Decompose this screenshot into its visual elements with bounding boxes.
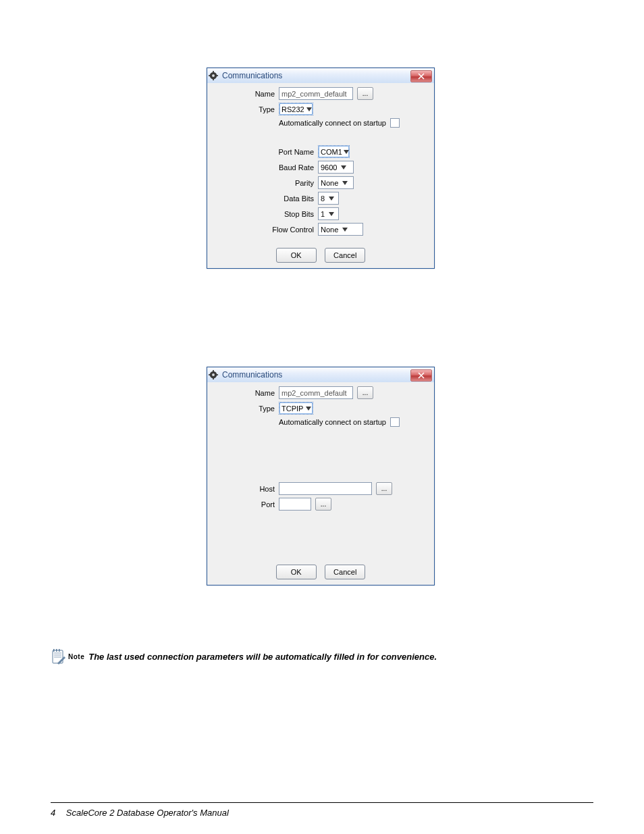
ok-button[interactable]: OK [276, 248, 317, 263]
type-select[interactable]: RS232 [279, 103, 313, 115]
svg-rect-8 [213, 370, 214, 372]
parity-select[interactable]: None [318, 176, 354, 189]
host-input[interactable] [279, 482, 372, 495]
close-button[interactable] [410, 369, 432, 382]
chevron-down-icon[interactable] [306, 104, 313, 114]
chevron-down-icon[interactable] [338, 162, 348, 172]
page-footer: 4 ScaleCore 2 Database Operator's Manual [51, 808, 229, 818]
communications-dialog-tcpip: Communications Name ... Type TCPIP Autom… [207, 367, 435, 585]
type-select[interactable]: TCPIP [279, 402, 313, 415]
footer-rule [51, 802, 593, 803]
flow-select[interactable]: None [318, 223, 363, 236]
svg-rect-17 [56, 649, 57, 652]
portname-label: Port Name [213, 148, 318, 156]
type-select-value: TCPIP [281, 405, 303, 413]
gear-icon [209, 370, 218, 380]
page-number: 4 [51, 808, 55, 818]
name-label: Name [213, 90, 279, 98]
port-browse-button[interactable]: ... [315, 498, 331, 511]
dialog-title: Communications [222, 71, 282, 80]
stopbits-value: 1 [321, 210, 325, 218]
portname-select[interactable]: COM1 [318, 145, 350, 158]
parity-value: None [321, 179, 338, 187]
svg-rect-10 [209, 374, 211, 375]
communications-dialog-rs232: Communications Name ... Type RS232 Autom… [207, 68, 435, 269]
chevron-down-icon[interactable] [340, 224, 350, 234]
autoconnect-checkbox[interactable] [390, 417, 400, 427]
name-input[interactable] [279, 87, 353, 100]
dialog-titlebar[interactable]: Communications [207, 68, 434, 83]
dialog-body: Name ... Type TCPIP Automatically connec… [207, 382, 434, 585]
ok-button[interactable]: OK [276, 565, 317, 579]
parity-label: Parity [213, 179, 318, 187]
note-text: The last used connection parameters will… [88, 652, 437, 662]
note-callout: Note The last used connection parameters… [51, 648, 437, 664]
note-label: Note [68, 653, 84, 660]
svg-rect-4 [209, 75, 211, 76]
dialog-body: Name ... Type RS232 Automatically connec… [207, 83, 434, 268]
notepad-icon [51, 648, 65, 664]
host-label: Host [213, 485, 279, 493]
name-input[interactable] [279, 386, 353, 399]
baud-select[interactable]: 9600 [318, 161, 354, 174]
gear-icon [209, 71, 218, 80]
svg-point-1 [212, 74, 215, 77]
svg-rect-3 [213, 78, 214, 80]
chevron-down-icon[interactable] [344, 147, 349, 157]
chevron-down-icon[interactable] [326, 193, 336, 203]
name-label: Name [213, 389, 279, 397]
flow-value: None [321, 226, 338, 234]
port-input[interactable] [279, 498, 311, 511]
baud-label: Baud Rate [213, 163, 318, 172]
baud-value: 9600 [321, 163, 337, 172]
stopbits-label: Stop Bits [213, 210, 318, 218]
svg-rect-11 [216, 374, 218, 375]
databits-value: 8 [321, 194, 325, 203]
dialog-title: Communications [222, 370, 282, 380]
type-select-value: RS232 [281, 105, 304, 113]
type-label: Type [213, 105, 279, 113]
svg-point-7 [212, 373, 215, 376]
portname-value: COM1 [321, 148, 342, 156]
svg-rect-18 [59, 649, 60, 652]
chevron-down-icon[interactable] [326, 209, 336, 219]
stopbits-select[interactable]: 1 [318, 207, 339, 220]
name-browse-button[interactable]: ... [357, 386, 373, 399]
svg-rect-16 [53, 649, 55, 652]
databits-select[interactable]: 8 [318, 192, 339, 205]
databits-label: Data Bits [213, 194, 318, 203]
svg-rect-9 [213, 377, 214, 380]
cancel-button[interactable]: Cancel [325, 248, 365, 263]
chevron-down-icon[interactable] [340, 178, 350, 188]
svg-rect-5 [216, 75, 218, 76]
autoconnect-label: Automatically connect on startup [279, 418, 386, 426]
type-label: Type [213, 405, 279, 413]
host-browse-button[interactable]: ... [376, 482, 392, 495]
dialog-titlebar[interactable]: Communications [207, 367, 434, 382]
close-button[interactable] [410, 70, 432, 82]
chevron-down-icon[interactable] [304, 403, 313, 413]
port-label: Port [213, 500, 279, 509]
cancel-button[interactable]: Cancel [325, 565, 365, 579]
name-browse-button[interactable]: ... [357, 87, 373, 100]
autoconnect-checkbox[interactable] [390, 118, 400, 128]
flow-label: Flow Control [213, 226, 318, 234]
footer-title: ScaleCore 2 Database Operator's Manual [66, 808, 229, 818]
autoconnect-label: Automatically connect on startup [279, 119, 386, 127]
svg-rect-2 [213, 71, 214, 73]
